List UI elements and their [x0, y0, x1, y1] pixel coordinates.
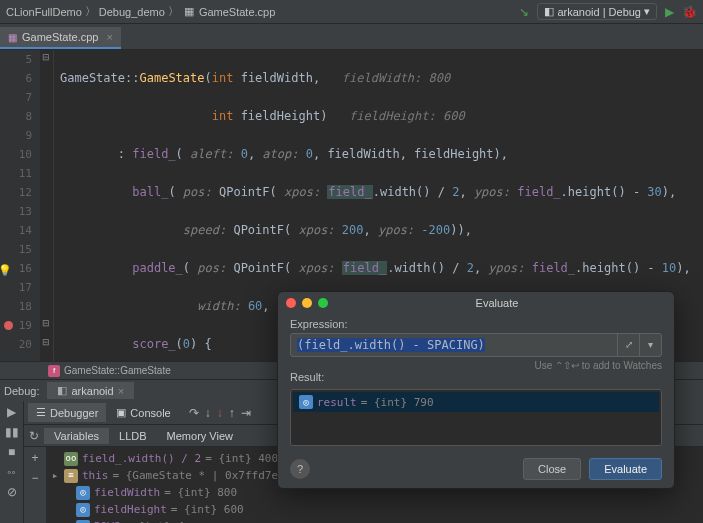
- console-icon: ▣: [116, 406, 126, 419]
- result-label: Result:: [290, 371, 662, 383]
- debugger-icon: ☰: [36, 406, 46, 419]
- step-actions: ↷ ↓ ↓ ↑ ⇥: [189, 406, 251, 420]
- line-number[interactable]: 5: [0, 50, 32, 69]
- close-icon[interactable]: ×: [118, 385, 124, 397]
- breakpoint-icon[interactable]: [4, 321, 13, 330]
- dialog-titlebar[interactable]: Evaluate: [278, 292, 674, 314]
- step-into-icon[interactable]: ↓: [205, 406, 211, 420]
- history-dropdown-icon[interactable]: ▾: [639, 333, 661, 357]
- zoom-window-icon[interactable]: [318, 298, 328, 308]
- restart-frame-icon[interactable]: ↻: [24, 429, 44, 443]
- subtab-lldb[interactable]: LLDB: [109, 428, 157, 444]
- line-number[interactable]: 19: [0, 316, 32, 335]
- add-watch-icon[interactable]: +: [31, 451, 38, 465]
- variable-row[interactable]: ◎fieldHeight = {int} 600: [46, 501, 703, 518]
- evaluate-button[interactable]: Evaluate: [589, 458, 662, 480]
- line-number[interactable]: 12: [0, 183, 32, 202]
- step-over-icon[interactable]: ↷: [189, 406, 199, 420]
- remove-watch-icon[interactable]: −: [31, 471, 38, 485]
- int-icon: ◎: [76, 486, 90, 500]
- result-name: result: [317, 396, 357, 409]
- debug-icon[interactable]: 🐞: [682, 5, 697, 19]
- line-number[interactable]: 17: [0, 278, 32, 297]
- line-number[interactable]: 14: [0, 221, 32, 240]
- line-number[interactable]: 13: [0, 202, 32, 221]
- chevron-right-icon: 〉: [168, 4, 179, 19]
- tab-label: GameState.cpp: [22, 31, 98, 43]
- close-icon[interactable]: ×: [106, 31, 112, 43]
- line-number[interactable]: 9: [0, 126, 32, 145]
- dialog-title: Evaluate: [328, 297, 666, 309]
- run-config-selector[interactable]: ◧ arkanoid | Debug ▾: [537, 3, 657, 20]
- code-breadcrumb-label: GameState::GameState: [64, 365, 171, 376]
- line-number[interactable]: 10: [0, 145, 32, 164]
- run-icon[interactable]: ▶: [665, 5, 674, 19]
- view-breakpoints-icon[interactable]: ◦◦: [7, 465, 16, 479]
- debug-session-tab[interactable]: ◧ arkanoid ×: [47, 382, 134, 399]
- cpp-file-icon: ▦: [8, 32, 17, 43]
- result-value: = {int} 790: [361, 396, 434, 409]
- evaluate-dialog: Evaluate Expression: (field_.width() - S…: [277, 291, 675, 489]
- function-icon: f: [48, 365, 60, 377]
- breadcrumb: CLionFullDemo 〉 Debug_demo 〉 ▦ GameState…: [6, 4, 519, 19]
- line-number[interactable]: 💡16: [0, 259, 32, 278]
- chevron-down-icon: ▾: [644, 5, 650, 18]
- fold-minus-icon[interactable]: ⊟: [42, 52, 50, 62]
- breadcrumb-project[interactable]: CLionFullDemo: [6, 6, 82, 18]
- window-controls: [286, 298, 328, 308]
- line-number[interactable]: 8: [0, 107, 32, 126]
- debug-sidebar: ▶ ▮▮ ■ ◦◦ ⊘: [0, 401, 24, 523]
- line-number[interactable]: 11: [0, 164, 32, 183]
- result-box: ◎ result = {int} 790: [290, 389, 662, 446]
- expression-hint: Use ⌃⇧↩ to add to Watches: [290, 360, 662, 371]
- watch-expression-icon: oo: [64, 452, 78, 466]
- stop-icon[interactable]: ■: [8, 445, 15, 459]
- run-config-label: arkanoid | Debug: [557, 6, 641, 18]
- editor-tabs: ▦ GameState.cpp ×: [0, 24, 703, 50]
- line-number[interactable]: 6: [0, 69, 32, 88]
- debug-session-name: arkanoid: [71, 385, 113, 397]
- line-number[interactable]: 18: [0, 297, 32, 316]
- line-number[interactable]: 15: [0, 240, 32, 259]
- tab-label: Debugger: [50, 407, 98, 419]
- cpp-file-icon: ▦: [182, 5, 196, 19]
- subtab-variables[interactable]: Variables: [44, 428, 109, 444]
- expand-editor-icon[interactable]: ⤢: [617, 333, 639, 357]
- close-button[interactable]: Close: [523, 458, 581, 480]
- tab-debugger[interactable]: ☰Debugger: [28, 403, 106, 422]
- fold-minus-icon[interactable]: ⊟: [42, 318, 50, 328]
- target-icon: ◧: [544, 5, 554, 18]
- close-window-icon[interactable]: [286, 298, 296, 308]
- expression-label: Expression:: [290, 318, 662, 330]
- subtab-memory-view[interactable]: Memory View: [157, 428, 243, 444]
- breadcrumb-folder[interactable]: Debug_demo: [99, 6, 165, 18]
- debug-label: Debug:: [4, 385, 39, 397]
- breadcrumb-file[interactable]: GameState.cpp: [199, 6, 275, 18]
- object-icon: ≡: [64, 469, 78, 483]
- tab-console[interactable]: ▣Console: [108, 403, 178, 422]
- int-icon: ◎: [76, 503, 90, 517]
- target-icon: ◧: [57, 384, 67, 397]
- editor-tab-gamestate[interactable]: ▦ GameState.cpp ×: [0, 27, 121, 49]
- expression-text[interactable]: (field_.width() - SPACING): [291, 338, 617, 352]
- step-out-icon[interactable]: ↑: [229, 406, 235, 420]
- result-row[interactable]: ◎ result = {int} 790: [293, 392, 659, 412]
- run-to-cursor-icon[interactable]: ⇥: [241, 406, 251, 420]
- expand-icon[interactable]: ▸: [50, 467, 60, 484]
- int-icon: ◎: [299, 395, 313, 409]
- mute-breakpoints-icon[interactable]: ⊘: [7, 485, 17, 499]
- top-actions: ↘ ◧ arkanoid | Debug ▾ ▶ 🐞: [519, 3, 697, 20]
- fold-minus-icon[interactable]: ⊟: [42, 337, 50, 347]
- variable-row[interactable]: ◎ROWS = {int} 4: [46, 518, 703, 523]
- line-number[interactable]: 7: [0, 88, 32, 107]
- dialog-buttons: ? Close Evaluate: [278, 450, 674, 488]
- help-icon[interactable]: ?: [290, 459, 310, 479]
- line-number[interactable]: 20: [0, 335, 32, 354]
- expression-input[interactable]: (field_.width() - SPACING) ⤢ ▾: [290, 333, 662, 357]
- hammer-icon[interactable]: ↘: [519, 5, 529, 19]
- pause-icon[interactable]: ▮▮: [5, 425, 19, 439]
- minimize-window-icon[interactable]: [302, 298, 312, 308]
- resume-icon[interactable]: ▶: [7, 405, 16, 419]
- fold-gutter: ⊟ ⊟ ⊟: [40, 50, 54, 361]
- force-step-into-icon[interactable]: ↓: [217, 406, 223, 420]
